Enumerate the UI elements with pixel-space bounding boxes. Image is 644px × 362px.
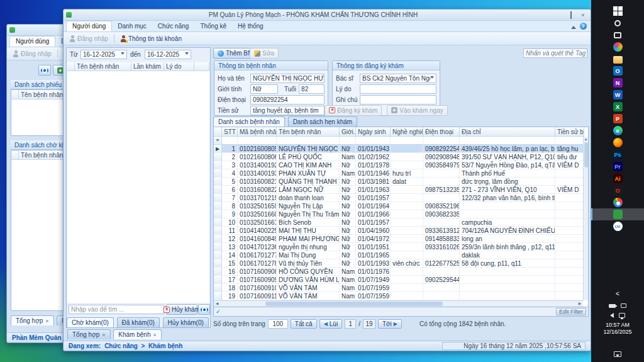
login-button[interactable]: Đăng nhập xyxy=(66,33,111,44)
waiting-grid-column-header[interactable] xyxy=(194,62,209,71)
help-icon[interactable]: ? xyxy=(580,23,587,30)
waiting-grid-body[interactable] xyxy=(67,71,209,303)
tab-kham-benh[interactable]: Khám bệnh× xyxy=(113,329,161,339)
edit-filter-button[interactable]: Edit Filter xyxy=(556,308,586,315)
tab-cho-kham[interactable]: Chờ khám(0) xyxy=(67,317,114,327)
illustrator-icon[interactable]: Ai xyxy=(591,173,644,184)
word-icon[interactable]: W xyxy=(591,89,644,101)
grid-row[interactable]: 1601071600908HỒ CÔNG QUYỀNNam01/01/1976 xyxy=(214,268,584,276)
note-field[interactable] xyxy=(360,95,436,105)
restore-button[interactable] xyxy=(566,11,576,19)
file-explorer-icon[interactable] xyxy=(591,53,644,65)
dang-ky-kham-button[interactable]: Đăng ký khám xyxy=(325,105,382,116)
grid-row[interactable]: 1401061701277Mai Thị DungNữ01/01/1965dak… xyxy=(214,251,584,259)
view-options-button[interactable] xyxy=(198,304,210,315)
filter-cell[interactable] xyxy=(391,137,423,144)
grid-row[interactable]: 1201041600849PHAM MAI PHƯƠNG THỦYNữ01/04… xyxy=(214,235,584,243)
grid-row[interactable]: 701031701215doàn thanh loanNữ01/01/19571… xyxy=(214,194,584,202)
filter-cell[interactable] xyxy=(222,137,238,144)
firefox-icon[interactable] xyxy=(591,137,644,149)
filter-cell[interactable] xyxy=(277,137,340,144)
view-button[interactable] xyxy=(38,65,51,76)
filter-cell[interactable] xyxy=(555,137,584,144)
filter-check-icon[interactable]: ✓ xyxy=(216,308,221,315)
edge-icon[interactable]: e xyxy=(591,125,644,137)
waiting-grid-column-header[interactable]: Tên bệnh nhân xyxy=(75,62,131,71)
powerpoint-icon[interactable]: P xyxy=(591,113,644,125)
grid-row[interactable]: 1501061701278Vũ thị thủy TiênNữ01/01/199… xyxy=(214,259,584,268)
premiere-icon[interactable]: Pr xyxy=(591,161,644,173)
history-field[interactable]: tăng huyết áp, bệnh tim xyxy=(250,106,325,115)
minimize-button[interactable] xyxy=(554,11,564,19)
prev-page-button[interactable]: ◀Lùi xyxy=(319,319,343,329)
grid-row[interactable]: 401031400193PHAN XUÂN TỰNam01/01/1946hưu… xyxy=(214,169,584,178)
huy-kham-button[interactable]: Hủy khám xyxy=(166,304,197,315)
page-size-input[interactable]: 100 xyxy=(268,319,288,329)
grid-column-header[interactable]: Tiền sử bệnh xyxy=(555,127,584,137)
tab-tong-hop[interactable]: Tổng hợp× xyxy=(67,329,111,339)
tab-huy-kham[interactable]: Hủy khám(0) xyxy=(163,317,209,327)
doctor-select[interactable]: BS Ck2 Nguyễn Tôn Ngọc Huỳnh xyxy=(360,74,436,83)
close-tab-icon[interactable]: × xyxy=(45,318,48,324)
name-field[interactable]: NGUYỄN THỊ NGỌC HƯƠNG xyxy=(250,74,325,83)
grid-row[interactable]: 1301041701236nguyễn thị nhungNữ01/01/195… xyxy=(214,243,584,251)
scroll-right-icon[interactable]: ▶ xyxy=(577,301,583,307)
tab-danh-sach-hen-kham[interactable]: Danh sách hẹn khám xyxy=(288,116,358,127)
chrome-icon[interactable] xyxy=(591,196,644,208)
vertical-scrollbar[interactable]: ▲ xyxy=(583,137,588,300)
grid-column-header[interactable]: Giới... xyxy=(340,127,356,137)
login-button[interactable]: Đăng nhập xyxy=(9,48,55,59)
scroll-left-icon[interactable]: ◀ xyxy=(214,301,220,307)
start-icon[interactable] xyxy=(591,5,644,17)
horizontal-scrollbar[interactable]: ◀ ▶ xyxy=(214,300,583,307)
volume-icon[interactable] xyxy=(610,313,614,318)
menu-tab-danh-muc[interactable]: Danh mục xyxy=(112,21,152,31)
titlebar[interactable]: PM Quản Lý Phòng Mạch - PHÒNG KHÁM CHẤN … xyxy=(64,9,591,21)
waiting-grid-column-header[interactable]: Lần khám xyxy=(131,62,164,71)
grid-row[interactable]: 1101041400225MAI THỊ THUNữ01/04/19600933… xyxy=(214,227,584,235)
battery-icon[interactable] xyxy=(609,304,616,308)
grid-column-header[interactable]: Tên bệnh nhân xyxy=(277,127,340,137)
to-date-picker[interactable]: 16-12-2025 xyxy=(145,50,191,59)
close-button[interactable]: × xyxy=(578,11,588,19)
grid-column-header[interactable]: Mã bệnh nhân xyxy=(238,127,277,137)
network-icon[interactable] xyxy=(619,313,625,318)
current-page-box[interactable]: 1 xyxy=(345,319,356,329)
grid-column-header[interactable]: Địa chỉ xyxy=(460,127,555,137)
menu-tab-chuc-nang[interactable]: Chức năng xyxy=(152,21,195,31)
scrollbar-thumb[interactable] xyxy=(584,142,588,167)
tab-nguoi-dung[interactable]: Người dùng xyxy=(9,36,55,47)
photoshop-icon[interactable]: Ps xyxy=(591,149,644,161)
photos-icon[interactable] xyxy=(591,41,644,53)
close-tab-icon[interactable]: × xyxy=(153,332,156,338)
pm-app-icon[interactable] xyxy=(591,208,644,220)
from-date-picker[interactable]: 16-12-2025 xyxy=(80,50,127,59)
age-field[interactable]: 82 xyxy=(299,84,325,94)
menu-tab-thong-ke[interactable]: Thống kê xyxy=(194,21,232,31)
grid-column-header[interactable]: Nghề nghiệp xyxy=(391,127,423,137)
grid-row[interactable]: 1901071600911VÕ VĂN TÁMNam01/07/1959 xyxy=(214,292,584,300)
tab-da-kham[interactable]: Đã khám(0) xyxy=(117,317,160,327)
device-icon[interactable] xyxy=(621,303,626,308)
vao-kham-ngay-button[interactable]: Vào khám ngay xyxy=(387,105,448,116)
menu-tab-nguoi-dung[interactable]: Người dùng xyxy=(66,21,112,31)
tab-danh-sach-benh-nhan[interactable]: Danh sách bệnh nhân xyxy=(213,116,285,127)
search-icon[interactable] xyxy=(591,17,644,29)
grid-column-header[interactable]: Điện thoại xyxy=(423,127,460,137)
account-info-button[interactable]: Thông tin tài khoản xyxy=(117,33,185,44)
gender-field[interactable]: Nữ xyxy=(250,84,278,94)
grid-row[interactable]: 901032501660Nguyễn Thị Thu TrâmNữ01/01/1… xyxy=(214,210,584,218)
grid-row[interactable]: 1001032501661Bích SenobNữ01/01/1957campu… xyxy=(214,218,584,227)
scroll-up-icon[interactable]: ▲ xyxy=(584,137,588,142)
taskbar-clock[interactable]: 10:57 AM 12/16/2025 xyxy=(591,322,644,336)
scrollbar-thumb[interactable] xyxy=(265,302,443,306)
reason-field[interactable] xyxy=(360,84,436,94)
menu-tab-he-thong[interactable]: Hệ thống xyxy=(232,21,269,31)
waiting-grid-column-header[interactable]: Lý do xyxy=(164,62,194,71)
filter-cell[interactable] xyxy=(238,137,277,144)
filter-cell[interactable] xyxy=(340,137,356,144)
patient-grid[interactable]: STTMã bệnh nhânTên bệnh nhânGiới...Ngày … xyxy=(213,127,589,307)
grid-row[interactable]: 201021600806LÊ PHÚ QUỐCNam01/02/19620902… xyxy=(214,153,584,161)
tab-tong-hop[interactable]: Tổng hợp× xyxy=(11,315,54,325)
sua-button[interactable]: Sửa xyxy=(250,48,279,59)
